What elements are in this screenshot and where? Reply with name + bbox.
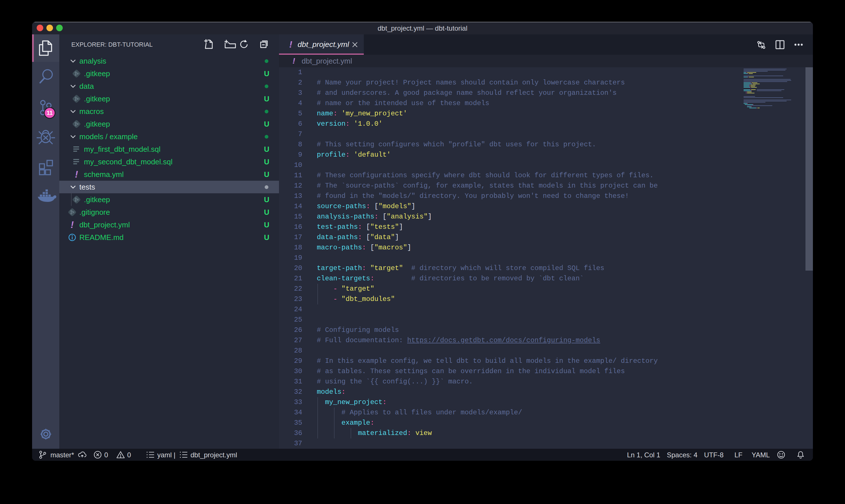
svg-text:11: 11 bbox=[47, 110, 53, 116]
